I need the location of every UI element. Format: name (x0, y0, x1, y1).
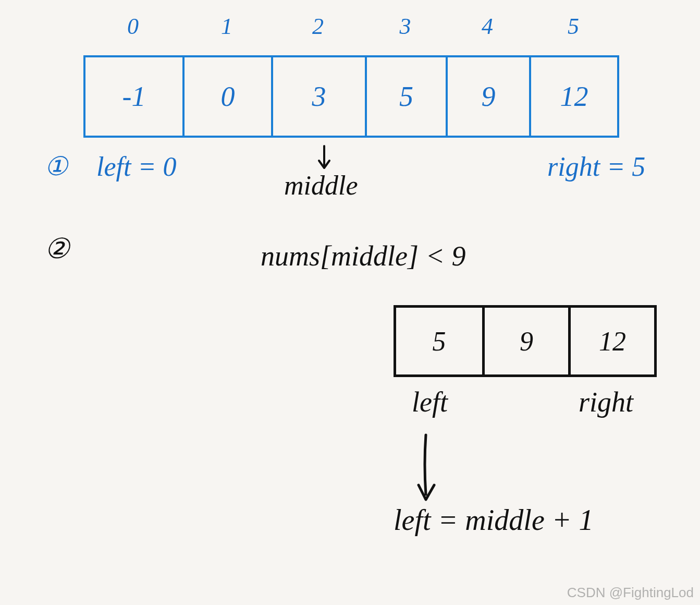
sub-cell-2: 12 (571, 308, 654, 374)
right-label: right = 5 (547, 151, 645, 182)
index-1: 1 (182, 13, 271, 40)
sub-cell-1: 9 (485, 308, 571, 374)
left-label: left = 0 (96, 151, 177, 182)
step1-marker: ① (44, 151, 68, 182)
array-cell-3: 5 (367, 57, 448, 136)
watermark-text: CSDN @FightingLod (567, 585, 694, 601)
left-assignment-text: left = middle + 1 (394, 503, 594, 537)
array-cell-5: 12 (531, 57, 617, 136)
middle-label: middle (284, 170, 358, 201)
index-4: 4 (446, 13, 529, 40)
condition-text: nums[middle] < 9 (261, 240, 465, 272)
index-5: 5 (529, 13, 618, 40)
array-cell-0: -1 (85, 57, 185, 136)
sub-cell-0: 5 (396, 308, 485, 374)
array-indices-row: 0 1 2 3 4 5 (83, 13, 618, 40)
array-cell-4: 9 (448, 57, 531, 136)
sub-right-label: right (579, 386, 633, 418)
arrow-down-icon (414, 433, 440, 506)
sub-array: 5 9 12 (394, 305, 657, 377)
array-cell-2: 3 (273, 57, 367, 136)
main-array: -1 0 3 5 9 12 (83, 55, 619, 138)
array-cell-1: 0 (185, 57, 273, 136)
sub-left-label: left (412, 386, 448, 418)
index-0: 0 (83, 13, 182, 40)
index-3: 3 (365, 13, 446, 40)
index-2: 2 (271, 13, 365, 40)
step2-marker: ② (44, 232, 69, 265)
